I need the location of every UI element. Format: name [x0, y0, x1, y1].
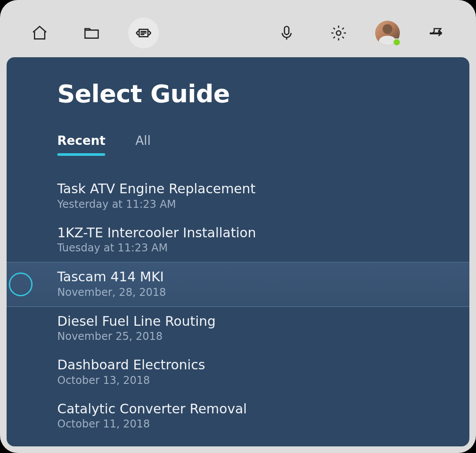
mic-icon — [278, 24, 295, 42]
svg-point-2 — [336, 31, 341, 35]
svg-rect-1 — [284, 26, 289, 34]
main-panel: Select Guide Recent All Task ATV Engine … — [7, 57, 469, 446]
list-item[interactable]: Diesel Fuel Line Routing November 25, 20… — [7, 307, 469, 351]
home-button[interactable] — [24, 18, 55, 48]
mic-button[interactable] — [271, 18, 302, 48]
guide-date: October 13, 2018 — [57, 374, 469, 387]
guide-date: November 25, 2018 — [57, 330, 469, 343]
guide-date: October 11, 2018 — [57, 418, 469, 430]
guide-icon — [135, 24, 152, 42]
page-title: Select Guide — [57, 79, 419, 108]
list-item[interactable]: Tascam 414 MKI November, 28, 2018 — [7, 262, 469, 307]
guide-title: Catalytic Converter Removal — [57, 401, 469, 417]
list-item[interactable]: Task ATV Engine Replacement Yesterday at… — [7, 174, 469, 218]
list-item[interactable]: Dashboard Electronics October 13, 2018 — [7, 350, 469, 394]
pin-icon — [428, 24, 445, 42]
selection-radio[interactable] — [9, 273, 33, 296]
toolbar — [0, 0, 476, 57]
guide-date: November, 28, 2018 — [57, 286, 469, 298]
guide-list: Task ATV Engine Replacement Yesterday at… — [7, 174, 469, 438]
guide-title: Task ATV Engine Replacement — [57, 180, 469, 197]
guide-title: Diesel Fuel Line Routing — [57, 313, 469, 330]
guide-button[interactable] — [128, 18, 159, 48]
home-icon — [31, 24, 48, 42]
tab-recent[interactable]: Recent — [57, 133, 105, 154]
settings-button[interactable] — [323, 18, 354, 48]
tab-all[interactable]: All — [135, 133, 151, 154]
list-item[interactable]: 1KZ-TE Intercooler Installation Tuesday … — [7, 218, 469, 262]
guide-date: Tuesday at 11:23 AM — [57, 242, 469, 254]
list-item[interactable]: Catalytic Converter Removal October 11, … — [7, 394, 469, 438]
folder-button[interactable] — [76, 18, 107, 48]
tabs: Recent All — [57, 133, 419, 154]
presence-indicator — [393, 38, 401, 46]
guide-title: Tascam 414 MKI — [57, 269, 469, 285]
app-window: Select Guide Recent All Task ATV Engine … — [0, 0, 476, 453]
pin-button[interactable] — [421, 18, 452, 48]
gear-icon — [330, 24, 347, 42]
guide-title: Dashboard Electronics — [57, 357, 469, 373]
folder-icon — [83, 24, 100, 42]
profile-button[interactable] — [375, 21, 400, 45]
guide-date: Yesterday at 11:23 AM — [57, 198, 469, 210]
guide-title: 1KZ-TE Intercooler Installation — [57, 225, 469, 241]
